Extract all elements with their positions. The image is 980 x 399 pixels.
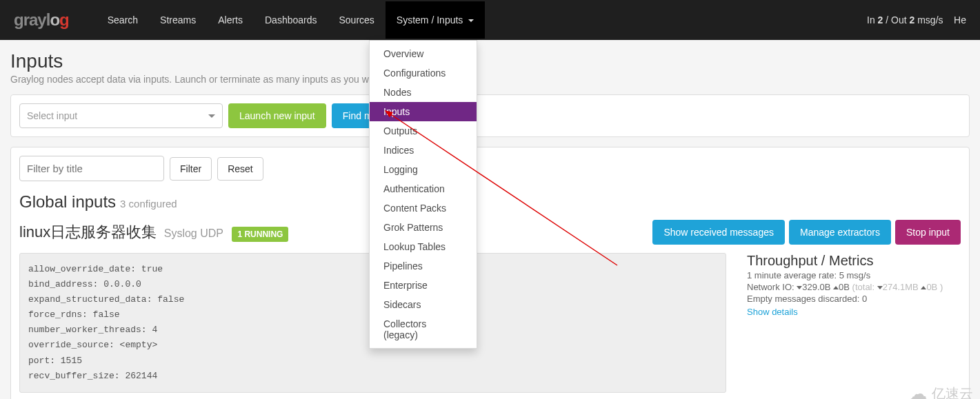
manage-extractors-button[interactable]: Manage extractors [789,220,891,245]
metrics-netio: Network IO: 329.0B 0B (total: 274.1MB 0B… [747,282,961,292]
caret-down-icon [468,19,474,22]
running-badge: 1 RUNNING [232,227,288,242]
reset-button[interactable]: Reset [217,157,263,181]
input-row: linux日志服务器收集 Syslog UDP 1 RUNNING Show r… [19,220,961,245]
select-input-placeholder: Select input [27,110,77,121]
nav-sources[interactable]: Sources [328,1,386,39]
config-line: recv_buffer_size: 262144 [28,369,717,384]
configured-count: 3 configured [120,198,177,209]
global-inputs-heading: Global inputs3 configured [19,192,961,212]
navbar: graylog Search Streams Alerts Dashboards… [0,0,980,40]
dropdown-nodes[interactable]: Nodes [370,83,477,102]
cloud-icon: ☁ [908,382,928,399]
system-dropdown: Overview Configurations Nodes Inputs Out… [369,40,477,349]
dropdown-inputs[interactable]: Inputs [370,102,477,121]
config-line: port: 1515 [28,354,717,369]
dropdown-logging[interactable]: Logging [370,160,477,179]
dropdown-enterprise[interactable]: Enterprise [370,276,477,295]
dropdown-configurations[interactable]: Configurations [370,63,477,83]
dropdown-lookup-tables[interactable]: Lookup Tables [370,237,477,256]
watermark: ☁ 亿速云 [908,382,973,399]
dropdown-pipelines[interactable]: Pipelines [370,256,477,276]
input-title: linux日志服务器收集 [19,223,157,241]
input-type: Syslog UDP [164,227,223,239]
dropdown-indices[interactable]: Indices [370,141,477,160]
inputs-panel: Filter Reset Global inputs3 configured l… [10,147,970,399]
show-details-link[interactable]: Show details [747,307,798,317]
filter-title-input[interactable] [19,156,164,181]
nav-dashboards[interactable]: Dashboards [254,1,328,39]
dropdown-collectors[interactable]: Collectors (legacy) [370,314,477,345]
metrics-title: Throughput / Metrics [747,253,961,269]
nav-items: Search Streams Alerts Dashboards Sources… [97,1,486,39]
triangle-down-icon [877,286,883,289]
metrics-panel: Throughput / Metrics 1 minute average ra… [747,253,961,318]
filter-button[interactable]: Filter [170,157,212,181]
content: Inputs Graylog nodes accept data via inp… [0,40,980,399]
dropdown-outputs[interactable]: Outputs [370,121,477,141]
show-received-messages-button[interactable]: Show received messages [652,220,785,245]
select-input-dropdown[interactable]: Select input [19,103,223,128]
nav-search[interactable]: Search [97,1,149,39]
page-title: Inputs [10,50,970,72]
metrics-avg: 1 minute average rate: 5 msg/s [747,270,961,280]
triangle-up-icon [833,286,839,289]
metrics-empty: Empty messages discarded: 0 [747,294,961,304]
page-subtitle: Graylog nodes accept data via inputs. La… [10,74,970,85]
dropdown-grok-patterns[interactable]: Grok Patterns [370,218,477,237]
launch-new-input-button[interactable]: Launch new input [228,103,326,128]
nav-streams[interactable]: Streams [149,1,207,39]
nav-system-inputs[interactable]: System / Inputs [386,1,485,39]
nav-alerts[interactable]: Alerts [207,1,254,39]
dropdown-content-packs[interactable]: Content Packs [370,198,477,218]
nav-throughput: In 2 / Out 2 msg/s He [867,14,966,25]
chevron-down-icon [208,114,215,118]
stop-input-button[interactable]: Stop input [895,220,961,245]
dropdown-overview[interactable]: Overview [370,44,477,63]
dropdown-authentication[interactable]: Authentication [370,179,477,198]
dropdown-sidecars[interactable]: Sidecars [370,295,477,314]
logo[interactable]: graylog [14,10,69,30]
launch-panel: Select input Launch new input Find m [10,94,970,137]
